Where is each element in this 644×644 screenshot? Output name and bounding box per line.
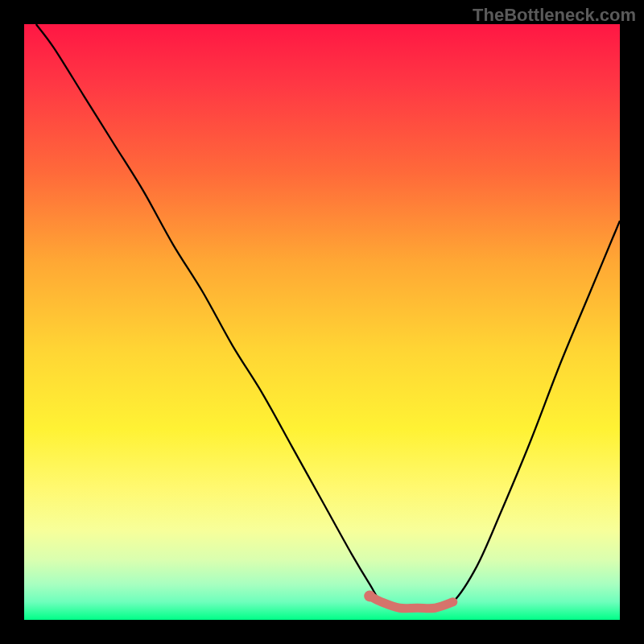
watermark-text: TheBottleneck.com bbox=[473, 5, 636, 26]
optimal-point-dot bbox=[364, 590, 375, 601]
plot-area bbox=[24, 24, 620, 620]
mismatch-curve bbox=[36, 24, 620, 609]
optimal-range-highlight bbox=[369, 596, 453, 608]
mismatch-curve-svg bbox=[24, 24, 620, 620]
highlight-svg bbox=[24, 24, 620, 620]
